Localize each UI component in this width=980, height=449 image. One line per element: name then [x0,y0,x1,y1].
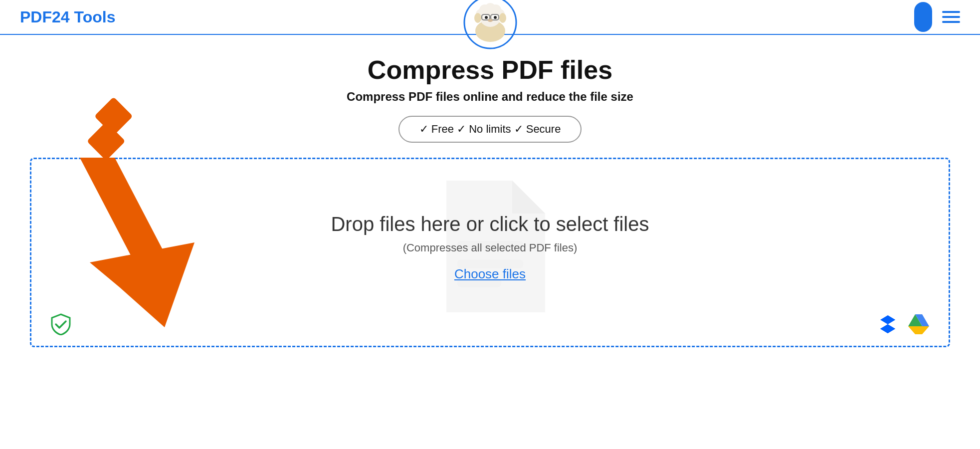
user-account-icon[interactable] [914,2,932,32]
svg-marker-26 [888,315,895,324]
logo[interactable]: PDF24 Tools [20,8,115,26]
svg-rect-18 [94,98,133,136]
security-shield-icon [50,313,72,337]
google-drive-icon[interactable] [907,312,930,337]
svg-point-15 [488,19,493,22]
header-actions [914,2,960,32]
drop-zone[interactable]: Drop files here or click to select files… [30,158,950,347]
svg-rect-19 [87,122,126,161]
svg-marker-30 [908,326,929,334]
svg-point-16 [474,13,481,23]
features-badge: ✓ Free ✓ No limits ✓ Secure [398,116,582,143]
header: PDF24 Tools [0,0,980,35]
page-title: Compress PDF files [347,55,633,85]
svg-point-17 [499,13,506,23]
cloud-upload-icons [876,312,930,337]
dropbox-icon[interactable] [876,312,899,337]
drop-subtext: (Compresses all selected PDF files) [403,241,578,254]
svg-point-10 [485,16,488,19]
menu-icon[interactable] [942,11,960,23]
svg-point-11 [494,16,497,19]
svg-marker-27 [880,324,895,333]
title-section: Compress PDF files Compress PDF files on… [347,55,633,104]
choose-files-button[interactable]: Choose files [454,266,526,282]
drop-text: Drop files here or click to select files [331,213,649,235]
main-content: Compress PDF files Compress PDF files on… [0,35,980,367]
drop-zone-wrapper: Drop files here or click to select files… [30,158,950,347]
page-subtitle: Compress PDF files online and reduce the… [347,90,633,104]
